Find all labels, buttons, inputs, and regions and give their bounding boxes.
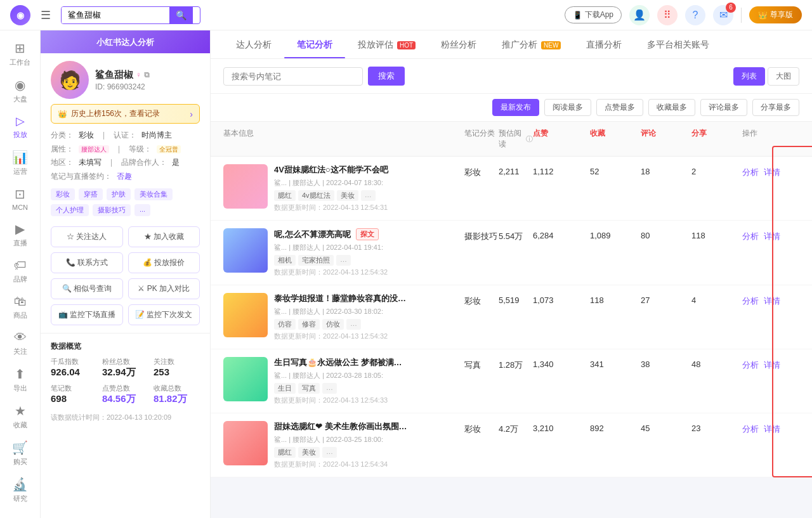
tag-photography[interactable]: 摄影技巧 bbox=[93, 204, 131, 216]
note-title-3[interactable]: 泰妆学姐报道！藤堂静妆容真的没… bbox=[274, 293, 464, 304]
search-button[interactable]: 🔍 bbox=[169, 7, 193, 23]
tag-personal-care[interactable]: 个人护理 bbox=[51, 204, 89, 216]
detail-link-5[interactable]: 详情 bbox=[764, 424, 780, 435]
history-btn[interactable]: 👑 历史上榜156次，查看记录 › bbox=[51, 104, 200, 124]
detail-link-2[interactable]: 详情 bbox=[764, 231, 780, 242]
note-title-2[interactable]: 呢,怎么不算漂亮高呢 探文 bbox=[274, 228, 464, 240]
note-sign-link[interactable]: 否趣 bbox=[117, 170, 132, 184]
sidebar-item-products[interactable]: 🛍 商品 bbox=[0, 289, 40, 325]
sort-likes-btn[interactable]: 点赞最多 bbox=[596, 99, 643, 116]
detail-link-1[interactable]: 详情 bbox=[764, 167, 780, 178]
monitor-live-btn[interactable]: 📺 监控下场直播 bbox=[51, 304, 123, 325]
view-grid-btn[interactable]: 大图 bbox=[768, 67, 799, 86]
tag-makeup[interactable]: 彩妆 bbox=[51, 188, 75, 200]
note-title-4[interactable]: 生日写真🎂永远做公主 梦都被满… bbox=[274, 357, 464, 368]
note-thumb-4[interactable] bbox=[223, 357, 268, 401]
copy-icon[interactable]: ⧉ bbox=[144, 70, 150, 79]
sidebar-item-favorites[interactable]: ★ 收藏 bbox=[0, 398, 40, 435]
sort-comments-btn[interactable]: 评论最多 bbox=[700, 99, 747, 116]
sidebar-item-purchase[interactable]: 🛒 购买 bbox=[0, 435, 40, 472]
tab-placement-eval[interactable]: 投放评估 HOT bbox=[345, 30, 428, 58]
tag-4-2[interactable]: 写真 bbox=[298, 383, 320, 394]
user-green-icon-btn[interactable]: 👤 bbox=[629, 5, 650, 25]
detail-link-3[interactable]: 详情 bbox=[764, 295, 780, 307]
sort-reads-btn[interactable]: 阅读最多 bbox=[544, 99, 591, 116]
collects-val: 81.82万 bbox=[154, 393, 200, 405]
analyze-link-1[interactable]: 分析 bbox=[742, 167, 759, 178]
menu-icon[interactable]: ☰ bbox=[41, 8, 51, 22]
tag-5-2[interactable]: 美妆 bbox=[298, 447, 320, 458]
tag-1-1[interactable]: 腮红 bbox=[274, 190, 296, 201]
monitor-post-btn[interactable]: 📝 监控下次发文 bbox=[128, 304, 200, 325]
note-thumb-1[interactable] bbox=[223, 164, 268, 209]
mail-icon-btn[interactable]: ✉ 6 bbox=[713, 5, 733, 25]
tag-fashion[interactable]: 穿搭 bbox=[79, 188, 103, 200]
tag-3-more[interactable]: … bbox=[346, 319, 361, 330]
tab-notes-analysis[interactable]: 笔记分析 bbox=[284, 30, 345, 58]
tag-4-more[interactable]: … bbox=[322, 383, 337, 394]
note-title-5[interactable]: 甜妹选腮红❤ 美术生教你画出氛围… bbox=[274, 421, 464, 432]
sidebar-item-mcn[interactable]: ⊡ MCN bbox=[0, 181, 40, 216]
sidebar-item-follow[interactable]: 👁 关注 bbox=[0, 325, 40, 361]
compare-btn[interactable]: ⚔ PK 加入对比 bbox=[128, 278, 200, 299]
note-title-1[interactable]: 4V甜妹腮红法○这不能学不会吧 bbox=[274, 164, 464, 176]
sidebar-item-dashboard[interactable]: ◉ 大盘 bbox=[0, 72, 40, 109]
sidebar-item-placement[interactable]: ▷ 投放 bbox=[0, 109, 40, 145]
tab-promo-analysis[interactable]: 推广分析 NEW bbox=[489, 30, 573, 58]
sort-latest-btn[interactable]: 最新发布 bbox=[492, 99, 539, 116]
tag-1-3[interactable]: 美妆 bbox=[337, 190, 358, 201]
tag-skincare[interactable]: 护肤 bbox=[107, 188, 131, 200]
tag-3-2[interactable]: 修容 bbox=[298, 319, 320, 330]
view-list-btn[interactable]: 列表 bbox=[733, 67, 765, 86]
note-thumb-5[interactable] bbox=[223, 421, 268, 465]
tab-live-analysis[interactable]: 直播分析 bbox=[573, 30, 634, 58]
tag-more[interactable]: ... bbox=[134, 204, 150, 216]
tag-5-1[interactable]: 腮红 bbox=[274, 447, 296, 458]
sort-collects-btn[interactable]: 收藏最多 bbox=[648, 99, 695, 116]
tag-3-3[interactable]: 仿妆 bbox=[322, 319, 344, 330]
tab-expert-analysis[interactable]: 达人分析 bbox=[223, 30, 284, 58]
analyze-link-2[interactable]: 分析 bbox=[742, 231, 759, 242]
tag-2-1[interactable]: 相机 bbox=[274, 255, 296, 266]
data-item-fans: 粉丝总数 32.94万 bbox=[102, 357, 148, 379]
tag-2-2[interactable]: 宅家拍照 bbox=[298, 255, 334, 266]
sidebar-item-export[interactable]: ⬆ 导出 bbox=[0, 361, 40, 398]
collect-btn[interactable]: ★ 加入收藏 bbox=[128, 226, 200, 247]
tag-3-1[interactable]: 仿容 bbox=[274, 319, 296, 330]
tag-1-2[interactable]: 4v腮红法 bbox=[298, 190, 334, 201]
tag-4-1[interactable]: 生日 bbox=[274, 383, 296, 394]
tab-fans-analysis[interactable]: 粉丝分析 bbox=[428, 30, 489, 58]
help-icon-btn[interactable]: ? bbox=[685, 5, 705, 25]
note-thumb-2[interactable] bbox=[223, 228, 268, 273]
analyze-link-4[interactable]: 分析 bbox=[742, 359, 759, 371]
price-btn[interactable]: 💰 投放报价 bbox=[128, 252, 200, 273]
tag-1-more[interactable]: … bbox=[361, 190, 376, 201]
sidebar-item-live[interactable]: ▶ 直播 bbox=[0, 216, 40, 253]
mcn-icon: ⊡ bbox=[15, 186, 25, 202]
note-thumb-3[interactable] bbox=[223, 293, 268, 337]
tag-2-more[interactable]: … bbox=[336, 255, 351, 266]
sort-shares-btn[interactable]: 分享最多 bbox=[752, 99, 799, 116]
tab-multiplatform[interactable]: 多平台相关账号 bbox=[634, 30, 722, 58]
tag-beauty-collection[interactable]: 美妆合集 bbox=[134, 188, 173, 200]
search-input[interactable] bbox=[62, 7, 169, 23]
sidebar-item-brand[interactable]: 🏷 品牌 bbox=[0, 253, 40, 289]
vip-button[interactable]: 👑 尊享版 bbox=[749, 6, 802, 23]
analyze-link-3[interactable]: 分析 bbox=[742, 295, 759, 307]
sidebar-item-operations[interactable]: 📊 运营 bbox=[0, 145, 40, 181]
sidebar-item-workbench[interactable]: ⊞ 工作台 bbox=[0, 36, 40, 72]
download-app-button[interactable]: 📱 下载App bbox=[565, 6, 622, 23]
contact-btn[interactable]: 📞 联系方式 bbox=[51, 252, 123, 273]
read-info-icon[interactable]: ⓘ bbox=[526, 134, 533, 144]
section-divider bbox=[41, 333, 210, 333]
analyze-link-5[interactable]: 分析 bbox=[742, 424, 759, 435]
notes-search-input[interactable] bbox=[223, 67, 363, 86]
sidebar-item-research[interactable]: 🔬 研究 bbox=[0, 472, 40, 508]
detail-link-4[interactable]: 详情 bbox=[764, 359, 780, 371]
follow-btn[interactable]: ☆ 关注达人 bbox=[51, 226, 123, 247]
user-meta: 鲨鱼甜椒 ♀ ⧉ ID: 966903242 bbox=[95, 69, 150, 91]
dots-icon-btn[interactable]: ⠿ bbox=[657, 5, 678, 25]
similar-btn[interactable]: 🔍 相似号查询 bbox=[51, 278, 123, 299]
tag-5-more[interactable]: … bbox=[322, 447, 337, 458]
notes-search-button[interactable]: 搜索 bbox=[368, 67, 405, 86]
